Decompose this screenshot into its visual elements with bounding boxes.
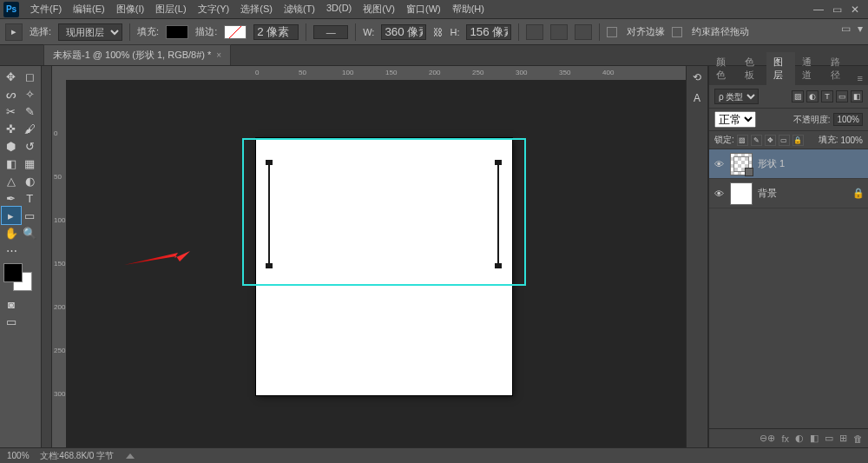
more-tools[interactable]: ⋯ <box>2 241 21 259</box>
status-menu-icon[interactable] <box>126 453 135 459</box>
menu-layer[interactable]: 图层(L) <box>151 1 190 17</box>
tab-color[interactable]: 颜色 <box>709 52 738 85</box>
stroke-swatch[interactable] <box>224 25 247 39</box>
selection-bounds[interactable] <box>242 138 526 286</box>
wand-tool[interactable]: ✧ <box>21 85 40 103</box>
link-layers-icon[interactable]: ⊖⊕ <box>760 433 775 444</box>
filter-pixel-icon[interactable]: ▨ <box>792 90 804 103</box>
visibility-icon[interactable]: 👁 <box>713 159 725 169</box>
menu-window[interactable]: 窗口(W) <box>402 1 445 17</box>
move-tool[interactable]: ✥ <box>2 68 21 85</box>
anchor-point[interactable] <box>495 160 502 165</box>
close-button[interactable]: ✕ <box>851 3 859 16</box>
delete-layer-icon[interactable]: 🗑 <box>853 433 863 444</box>
lock-transparent-icon[interactable]: ▨ <box>737 135 748 146</box>
workspace-menu-icon[interactable]: ▾ <box>858 23 863 35</box>
screenmode-tool[interactable]: ▭ <box>2 313 21 330</box>
constrain-checkbox[interactable] <box>672 27 682 37</box>
anchor-point[interactable] <box>266 263 273 268</box>
eraser-tool[interactable]: ◧ <box>2 155 21 172</box>
type-tool[interactable]: T <box>21 189 40 207</box>
layer-thumb[interactable] <box>730 153 753 175</box>
dodge-tool[interactable]: ◐ <box>21 172 40 189</box>
layer-row[interactable]: 👁 形状 1 <box>709 149 868 179</box>
lasso-tool[interactable]: ᔕ <box>2 85 21 103</box>
menu-filter[interactable]: 滤镜(T) <box>279 1 319 17</box>
brush-tool[interactable]: 🖌 <box>21 120 40 137</box>
path-select-tool[interactable]: ▸ <box>2 207 21 224</box>
new-layer-icon[interactable]: ⊞ <box>839 433 847 444</box>
maximize-button[interactable]: ▭ <box>832 3 842 16</box>
align-edges-checkbox[interactable] <box>607 27 617 37</box>
anchor-point[interactable] <box>495 263 502 268</box>
menu-file[interactable]: 文件(F) <box>26 1 66 17</box>
zoom-level[interactable]: 100% <box>7 451 30 460</box>
quickmask-tool[interactable]: ◙ <box>2 295 21 313</box>
menu-type[interactable]: 文字(Y) <box>194 1 234 17</box>
fill-swatch[interactable] <box>166 25 188 39</box>
hand-tool[interactable]: ✋ <box>2 224 21 241</box>
height-input[interactable] <box>466 24 511 40</box>
filter-shape-icon[interactable]: ▭ <box>836 90 848 103</box>
lock-all-icon[interactable]: 🔒 <box>792 135 804 146</box>
blend-mode-dropdown[interactable]: 正常 <box>714 111 756 128</box>
layer-mask-icon[interactable]: ◐ <box>795 433 804 444</box>
marquee-tool[interactable]: ◻ <box>21 68 40 85</box>
document-tab[interactable]: 未标题-1 @ 100% (形状 1, RGB/8#) * × <box>43 44 231 65</box>
panel-menu-icon[interactable]: ≡ <box>852 71 868 85</box>
shape-line-left[interactable] <box>268 162 270 266</box>
tool-preset-icon[interactable]: ▸ <box>5 23 23 41</box>
blur-tool[interactable]: △ <box>2 172 21 189</box>
zoom-tool[interactable]: 🔍 <box>21 224 40 241</box>
lock-pixels-icon[interactable]: ✎ <box>751 135 762 146</box>
color-swatches[interactable] <box>2 264 33 292</box>
stamp-tool[interactable]: ⬢ <box>2 137 21 155</box>
anchor-point[interactable] <box>266 160 273 165</box>
collapsed-panel-strip[interactable] <box>42 66 52 447</box>
lock-artboard-icon[interactable]: ▭ <box>779 135 790 146</box>
eyedropper-tool[interactable]: ✎ <box>21 103 40 120</box>
menu-image[interactable]: 图像(I) <box>112 1 148 17</box>
filter-smart-icon[interactable]: ◧ <box>851 90 863 103</box>
opacity-value[interactable]: 100% <box>833 113 863 126</box>
path-ops-button-2[interactable] <box>550 24 568 40</box>
foreground-color[interactable] <box>4 264 22 281</box>
layer-kind-filter[interactable]: ρ 类型 <box>714 89 759 104</box>
gradient-tool[interactable]: ▦ <box>21 155 40 172</box>
link-wh-icon[interactable]: ⛓ <box>433 27 443 37</box>
path-ops-button-1[interactable] <box>526 24 543 40</box>
layer-thumb[interactable] <box>730 182 753 205</box>
shape-line-right[interactable] <box>497 162 499 266</box>
pen-tool[interactable]: ✒ <box>2 189 21 207</box>
minimize-button[interactable]: — <box>813 3 824 16</box>
group-icon[interactable]: ▭ <box>825 433 833 444</box>
doc-size[interactable]: 文档:468.8K/0 字节 <box>40 450 115 462</box>
tab-channels[interactable]: 通道 <box>795 52 824 85</box>
tab-swatches[interactable]: 色板 <box>738 52 766 85</box>
filter-adjust-icon[interactable]: ◐ <box>806 90 819 103</box>
width-input[interactable] <box>381 24 426 40</box>
layer-fx-icon[interactable]: fx <box>781 433 789 444</box>
select-target-dropdown[interactable]: 现用图层 <box>58 23 122 41</box>
history-brush-tool[interactable]: ↺ <box>21 137 40 155</box>
layer-name[interactable]: 形状 1 <box>758 157 785 170</box>
document-tab-close-icon[interactable]: × <box>216 50 221 60</box>
stroke-style-dropdown[interactable]: — <box>313 25 348 39</box>
menu-edit[interactable]: 编辑(E) <box>69 1 109 17</box>
adjustment-layer-icon[interactable]: ◧ <box>810 433 819 444</box>
filter-type-icon[interactable]: T <box>821 90 833 103</box>
stroke-width-input[interactable] <box>253 24 299 40</box>
lock-position-icon[interactable]: ✥ <box>765 135 776 146</box>
tab-paths[interactable]: 路径 <box>824 52 852 85</box>
menu-view[interactable]: 视图(V) <box>358 1 399 17</box>
layer-row[interactable]: 👁 背景 🔒 <box>709 179 868 208</box>
cloud-icon[interactable]: ▭ <box>841 23 851 35</box>
fill-opacity-value[interactable]: 100% <box>840 136 863 145</box>
shape-tool[interactable]: ▭ <box>21 207 40 224</box>
history-panel-icon[interactable]: ⟲ <box>689 71 705 85</box>
tab-layers[interactable]: 图层 <box>766 52 795 85</box>
visibility-icon[interactable]: 👁 <box>713 189 725 199</box>
path-ops-button-3[interactable] <box>575 24 592 40</box>
heal-tool[interactable]: ✜ <box>2 120 21 137</box>
menu-help[interactable]: 帮助(H) <box>448 1 489 17</box>
